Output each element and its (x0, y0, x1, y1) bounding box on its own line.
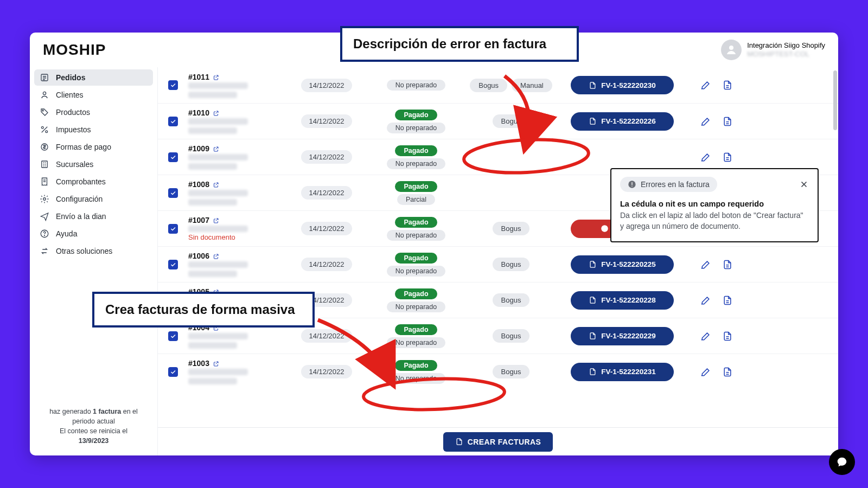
fulfillment-status: No preparado (387, 373, 445, 384)
document-icon[interactable] (722, 80, 733, 91)
svg-rect-16 (631, 186, 632, 187)
order-number[interactable]: #1006 (188, 252, 286, 260)
row-checkbox[interactable] (168, 188, 178, 198)
popover-body: Da click en el lapiz al lado del boton d… (620, 210, 809, 232)
row-checkbox[interactable] (168, 331, 178, 341)
payment-status: Pagado (395, 181, 437, 192)
payment-status: Pagado (395, 217, 437, 228)
payment-method-tag: Bogus (493, 329, 530, 343)
sidebar-item-tag[interactable]: Productos (34, 104, 153, 120)
order-number[interactable]: #1007 (188, 216, 286, 224)
create-invoices-button[interactable]: CREAR FACTURAS (443, 432, 553, 452)
sidebar-usage-footer: haz generado 1 factura en el periodo act… (34, 407, 153, 450)
invoice-button[interactable]: FV-1-522220230 (571, 76, 674, 94)
sidebar-item-user[interactable]: Clientes (34, 87, 153, 103)
invoice-button[interactable]: FV-1-522220225 (571, 255, 674, 274)
fulfillment-status: No preparado (387, 301, 445, 312)
close-icon[interactable] (799, 179, 809, 189)
sidebar-item-coin[interactable]: Formas de pago (34, 139, 153, 155)
fulfillment-status: Parcial (397, 194, 435, 205)
user-icon (40, 90, 49, 100)
svg-point-3 (42, 110, 43, 111)
sidebar-item-orders[interactable]: Pedidos (34, 69, 153, 86)
payment-method-tag: Bogus (493, 258, 530, 271)
swap-icon (40, 246, 49, 256)
bulk-action-bar: CREAR FACTURAS (158, 427, 838, 455)
payment-status: Pagado (395, 360, 437, 371)
edit-icon[interactable] (700, 295, 711, 306)
order-number[interactable]: #1003 (188, 359, 286, 368)
order-row: #1011 14/12/2022No preparadoBogusManualF… (158, 67, 838, 103)
document-icon[interactable] (722, 331, 733, 342)
order-date: 14/12/2022 (301, 186, 352, 200)
fulfillment-status: No preparado (387, 80, 445, 91)
fulfillment-status: No preparado (387, 230, 445, 241)
svg-rect-7 (42, 161, 48, 168)
row-checkbox[interactable] (168, 224, 178, 234)
error-chip: Errores en la factura (620, 177, 717, 192)
sidebar-item-receipt[interactable]: Comprobantes (34, 174, 153, 190)
payment-method-tag: Bogus (493, 365, 530, 378)
sidebar-item-percent[interactable]: Impuestos (34, 121, 153, 138)
external-link-icon (213, 217, 219, 223)
svg-point-0 (729, 46, 733, 50)
external-link-icon (213, 181, 219, 188)
percent-icon (40, 125, 49, 134)
sidebar-item-send[interactable]: Envío a la dian (34, 208, 153, 224)
edit-icon[interactable] (700, 116, 711, 127)
row-checkbox[interactable] (168, 367, 178, 377)
invoice-button[interactable]: FV-1-522220231 (571, 363, 674, 381)
edit-icon[interactable] (700, 152, 711, 163)
sidebar-item-help[interactable]: Ayuda (34, 226, 153, 242)
row-checkbox[interactable] (168, 260, 178, 269)
row-checkbox[interactable] (168, 80, 178, 90)
document-icon[interactable] (722, 367, 733, 377)
svg-rect-13 (604, 229, 605, 230)
svg-point-5 (46, 131, 48, 133)
payment-method-tag: Bogus (493, 222, 530, 235)
sidebar-item-swap[interactable]: Otras soluciones (34, 243, 153, 259)
user-menu[interactable]: Integración Siigo Shopify MOSHIPTEST-COL (721, 40, 825, 60)
document-icon[interactable] (722, 259, 733, 270)
edit-icon[interactable] (700, 367, 711, 377)
order-row: #1006 14/12/2022PagadoNo preparadoBogusF… (158, 246, 838, 282)
app-window: MOSHIP Integración Siigo Shopify MOSHIPT… (30, 33, 838, 455)
fulfillment-status: No preparado (387, 158, 445, 169)
payment-method-tag: Bogus (493, 114, 530, 128)
order-row: #1010 14/12/2022PagadoNo preparadoBogusF… (158, 103, 838, 139)
external-link-icon (213, 360, 219, 367)
row-checkbox[interactable] (168, 152, 178, 162)
gear-icon (40, 194, 49, 204)
annotation-callout-error: Descripción de error en factura (340, 26, 579, 62)
document-icon[interactable] (722, 152, 733, 163)
coin-icon (40, 142, 49, 152)
document-icon[interactable] (722, 116, 733, 127)
order-date: 14/12/2022 (301, 114, 352, 128)
sidebar-item-building[interactable]: Sucursales (34, 156, 153, 172)
edit-icon[interactable] (700, 80, 711, 91)
edit-icon[interactable] (700, 259, 711, 270)
row-checkbox[interactable] (168, 117, 178, 126)
order-number[interactable]: #1011 (188, 73, 286, 81)
document-icon[interactable] (722, 295, 733, 306)
payment-status: Pagado (395, 324, 437, 335)
sidebar-item-gear[interactable]: Configuración (34, 191, 153, 207)
edit-icon[interactable] (700, 331, 711, 342)
building-icon (40, 159, 49, 169)
invoice-button[interactable]: FV-1-522220228 (571, 291, 674, 310)
external-link-icon (213, 145, 219, 152)
payment-method-tag: Bogus (493, 293, 530, 307)
order-number[interactable]: #1008 (188, 180, 286, 189)
chat-fab[interactable] (829, 449, 855, 475)
order-row: #1003 14/12/2022PagadoNo preparadoBogusF… (158, 354, 838, 389)
invoice-button[interactable]: FV-1-522220229 (571, 327, 674, 345)
fulfillment-status: No preparado (387, 266, 445, 277)
svg-rect-12 (604, 227, 605, 229)
order-number[interactable]: #1010 (188, 108, 286, 117)
order-date: 14/12/2022 (301, 258, 352, 271)
payment-method-tag: Bogus (470, 79, 507, 92)
order-number[interactable]: #1009 (188, 144, 286, 153)
payment-status: Pagado (395, 253, 437, 264)
invoice-button[interactable]: FV-1-522220226 (571, 112, 674, 131)
scrollbar-thumb[interactable] (833, 70, 837, 130)
